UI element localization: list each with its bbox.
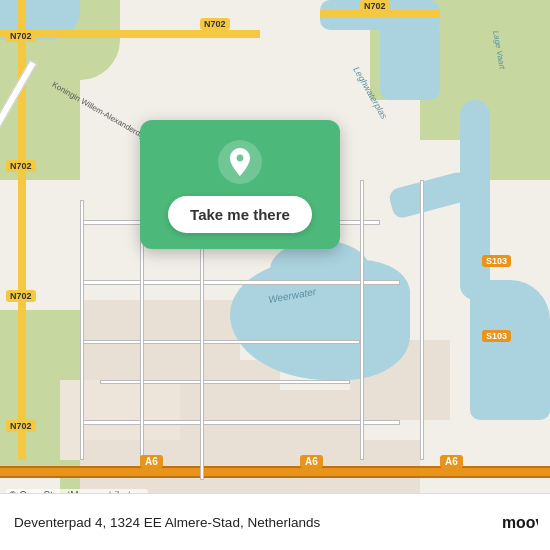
road-h-3 [80, 340, 360, 344]
water-se [470, 280, 550, 420]
address-text: Deventerpad 4, 1324 EE Almere-Stad, Neth… [14, 515, 320, 530]
road-h-5 [80, 420, 400, 425]
n702-label-top-right: N702 [360, 0, 390, 12]
road-v-5 [420, 180, 424, 460]
road-v-1 [80, 200, 84, 460]
n702-label-top: N702 [200, 18, 230, 30]
a6-label-1: A6 [140, 455, 163, 468]
take-me-there-button[interactable]: Take me there [168, 196, 312, 233]
n702-label-3: N702 [6, 290, 36, 302]
n702-label-1: N702 [6, 30, 36, 42]
svg-text:moovit: moovit [502, 514, 538, 531]
n702-road-top [0, 30, 260, 38]
map-container: A6 A6 A6 N702 N702 N702 N702 N702 N702 K… [0, 0, 550, 550]
highway-a6-outline [0, 466, 550, 468]
a6-label-2: A6 [300, 455, 323, 468]
road-v-4 [360, 180, 364, 460]
bottom-bar: Deventerpad 4, 1324 EE Almere-Stad, Neth… [0, 493, 550, 550]
moovit-logo: moovit [502, 504, 538, 540]
n702-label-4: N702 [6, 420, 36, 432]
n702-label-2: N702 [6, 160, 36, 172]
moovit-logo-icon: moovit [502, 504, 538, 540]
s103-label-1: S103 [482, 255, 511, 267]
road-h-2 [80, 280, 400, 285]
location-card: Take me there [140, 120, 340, 249]
s103-label-2: S103 [482, 330, 511, 342]
highway-a6-outline-b [0, 476, 550, 478]
road-h-4 [100, 380, 350, 384]
a6-label-3: A6 [440, 455, 463, 468]
water-ne [380, 20, 440, 100]
location-pin-icon [218, 140, 262, 184]
